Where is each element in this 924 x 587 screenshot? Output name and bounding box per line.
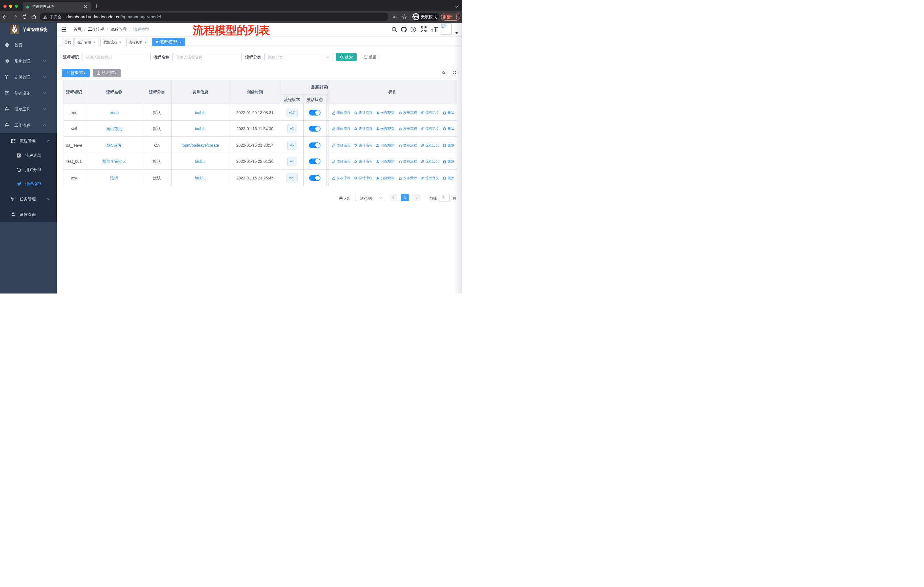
svg-text:T: T (431, 28, 433, 32)
svg-text:?: ? (412, 28, 414, 31)
svg-text:T: T (434, 26, 438, 32)
